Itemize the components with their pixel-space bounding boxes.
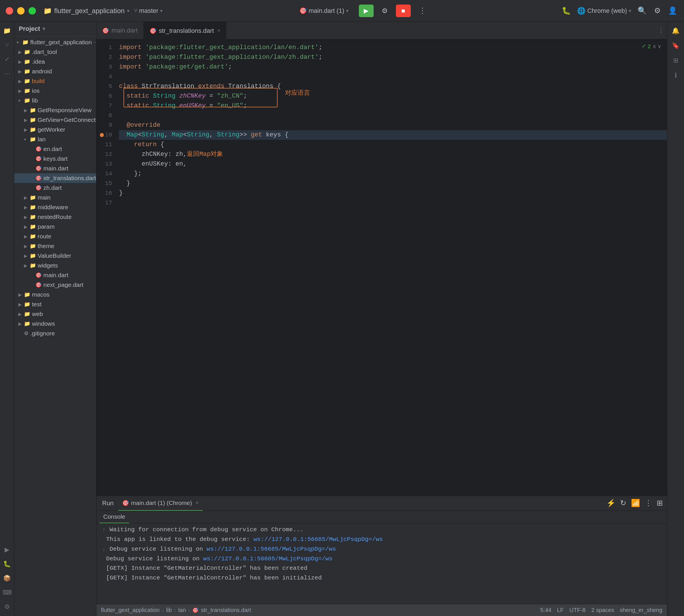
code-editor: 1 2 3 4 5 6 7 8 9 10 11 12 13 14 xyxy=(96,39,667,496)
minimize-traffic-light[interactable] xyxy=(17,7,25,15)
settings-button[interactable]: ⚙ xyxy=(653,5,662,16)
tree-root[interactable]: ▾ 📁 flutter_gext_application ~/Andro... xyxy=(14,37,96,47)
nested-route-label: nestedRoute xyxy=(38,214,72,220)
chrome-web-indicator[interactable]: 🌐 Chrome (web) ▾ xyxy=(577,7,631,15)
root-folder-icon: 📁 xyxy=(22,39,28,45)
web-arrow: ▶ xyxy=(18,311,24,317)
stop-button[interactable]: ■ xyxy=(396,4,411,17)
console-tab[interactable]: Console xyxy=(99,511,129,523)
str-trans-tab-close[interactable]: × xyxy=(218,28,221,34)
debug-url-1: ws://127.0.0.1:56685/MwLjcPsqpDg=/ws xyxy=(254,536,383,543)
tree-theme[interactable]: ▶ 📁 theme xyxy=(14,241,96,251)
tree-build[interactable]: ▶ 📁 build xyxy=(14,76,96,86)
maximize-traffic-light[interactable] xyxy=(28,7,36,15)
test-folder-icon: 📁 xyxy=(24,301,30,307)
branch-name-label: master xyxy=(139,7,158,15)
sidebar-icon-debug[interactable]: 🐛 xyxy=(1,558,14,570)
sidebar-icon-more[interactable]: ⋯ xyxy=(1,67,14,80)
tree-widgets-main-dart[interactable]: 🎯 main.dart xyxy=(14,270,96,280)
tree-widgets[interactable]: ▶ 📁 widgets xyxy=(14,261,96,270)
tree-macos[interactable]: ▶ 📁 macos xyxy=(14,290,96,300)
debug-icon-button[interactable]: 🐛 xyxy=(561,5,572,16)
tree-lib[interactable]: ▾ 📁 lib xyxy=(14,96,96,105)
right-icon-info[interactable]: ℹ xyxy=(669,69,682,82)
tree-en-dart[interactable]: 🎯 en.dart xyxy=(14,144,96,154)
sidebar-icon-vcs[interactable]: ⑂ xyxy=(1,39,14,51)
status-spaces[interactable]: 2 spaces xyxy=(591,607,614,613)
code-line-11: return { xyxy=(119,140,667,150)
branch-indicator[interactable]: ⑂ master ▾ xyxy=(134,7,163,15)
lightning-icon[interactable]: ⚡ xyxy=(605,498,617,509)
right-icon-bookmarks[interactable]: 🔖 xyxy=(669,39,682,52)
tree-lan[interactable]: ▾ 📁 lan xyxy=(14,134,96,144)
lan-arrow: ▾ xyxy=(24,137,30,142)
dart-file-icon: 🎯 xyxy=(299,7,307,15)
search-button[interactable]: 🔍 xyxy=(636,5,648,16)
code-line-3: import 'package:get/get.dart' ; xyxy=(119,62,667,72)
run-button[interactable]: ▶ xyxy=(359,4,374,17)
tree-android[interactable]: ▶ 📁 android xyxy=(14,67,96,76)
tree-test[interactable]: ▶ 📁 test xyxy=(14,300,96,309)
tabs-more-icon[interactable]: ⋮ xyxy=(658,27,664,34)
wifi-icon[interactable]: 📶 xyxy=(630,498,641,509)
tree-middleware[interactable]: ▶ 📁 middleware xyxy=(14,202,96,212)
tree-gitignore[interactable]: ⚙ .gitignore xyxy=(14,329,96,338)
run-tab[interactable]: Run xyxy=(99,500,116,507)
tree-dart-tool[interactable]: ▶ 📁 .dart_tool xyxy=(14,47,96,57)
status-lf[interactable]: LF xyxy=(557,607,564,613)
android-folder-icon: 📁 xyxy=(24,68,30,74)
refresh-icon[interactable]: ↻ xyxy=(619,498,628,509)
sidebar-icon-packages[interactable]: 📦 xyxy=(1,572,14,585)
account-button[interactable]: 👤 xyxy=(667,5,678,16)
tree-str-translations-dart[interactable]: 🎯 str_translations.dart xyxy=(14,173,96,183)
run-file-tab-close[interactable]: × xyxy=(196,500,199,506)
tree-lan-main-dart[interactable]: 🎯 main.dart xyxy=(14,163,96,173)
route-arrow: ▶ xyxy=(24,234,30,239)
ios-label: ios xyxy=(32,87,40,94)
tree-web[interactable]: ▶ 📁 web xyxy=(14,309,96,319)
breadcrumb-lib: lib xyxy=(166,607,172,613)
bottom-tab-console-file[interactable]: 🎯 main.dart (1) (Chrome) × xyxy=(118,496,203,511)
sidebar-icon-commit[interactable]: ✓ xyxy=(1,53,14,66)
web-folder-icon: 📁 xyxy=(24,311,30,317)
right-icon-structure[interactable]: ⊞ xyxy=(669,54,682,67)
sidebar-icon-run[interactable]: ▶ xyxy=(1,544,14,556)
tree-ios[interactable]: ▶ 📁 ios xyxy=(14,86,96,96)
editor-tabs: 🎯 main.dart 🎯 str_translations.dart × ⋮ xyxy=(96,22,667,39)
tree-next-page-dart[interactable]: 🎯 next_page.dart xyxy=(14,280,96,290)
tree-main-folder[interactable]: ▶ 📁 main xyxy=(14,193,96,202)
tree-value-builder[interactable]: ▶ 📁 ValueBuilder xyxy=(14,251,96,261)
tree-get-worker[interactable]: ▶ 📁 getWorker xyxy=(14,125,96,134)
tree-route[interactable]: ▶ 📁 route xyxy=(14,232,96,241)
tab-str-translations-dart[interactable]: 🎯 str_translations.dart × xyxy=(144,22,227,39)
right-sidebar: 🔔 🔖 ⊞ ℹ xyxy=(667,22,684,616)
lan-folder-icon: 📁 xyxy=(30,136,36,142)
project-title[interactable]: 📁 flutter_gext_application ▾ xyxy=(43,7,130,15)
sidebar-icon-terminal[interactable]: ⌨ xyxy=(1,586,14,599)
tree-nested-route[interactable]: ▶ 📁 nestedRoute xyxy=(14,212,96,222)
status-utf8[interactable]: UTF-8 xyxy=(569,607,586,613)
main-layout: 📁 ⑂ ✓ ⋯ ▶ 🐛 📦 ⌨ ⚙ Project ▾ ▾ 📁 flutter_… xyxy=(0,22,684,616)
code-line-15: } xyxy=(119,179,667,189)
tree-windows[interactable]: ▶ 📁 windows xyxy=(14,319,96,329)
expand-panel-icon[interactable]: ⊞ xyxy=(656,498,664,509)
chevron-down-icon: ▾ xyxy=(127,8,130,14)
tree-idea[interactable]: ▶ 📁 .idea xyxy=(14,57,96,67)
tree-get-responsive[interactable]: ▶ 📁 GetResponsiveView xyxy=(14,105,96,115)
settings-run-button[interactable]: ⚙ xyxy=(381,6,389,16)
tree-zh-dart[interactable]: 🎯 zh.dart xyxy=(14,183,96,193)
sidebar-icon-settings[interactable]: ⚙ xyxy=(1,600,14,613)
get-responsive-folder-icon: 📁 xyxy=(30,107,36,113)
tab-main-dart[interactable]: 🎯 main.dart xyxy=(96,22,144,39)
next-page-dart-label: next_page.dart xyxy=(43,282,83,288)
tree-get-view[interactable]: ▶ 📁 GetView+GetConnect+Sta xyxy=(14,115,96,125)
right-icon-notifications[interactable]: 🔔 xyxy=(669,25,682,37)
more-options-button[interactable]: ⋮ xyxy=(417,5,427,16)
code-content[interactable]: ✓ 2 ∧ ∨ import 'package:flutter_gext_app… xyxy=(117,39,667,496)
run-file-indicator[interactable]: 🎯 main.dart (1) ▾ xyxy=(296,6,352,16)
tree-param[interactable]: ▶ 📁 param xyxy=(14,222,96,232)
sidebar-icon-project[interactable]: 📁 xyxy=(1,25,14,37)
tree-keys-dart[interactable]: 🎯 keys.dart xyxy=(14,154,96,163)
console-more-icon[interactable]: ⋮ xyxy=(643,498,653,509)
close-traffic-light[interactable] xyxy=(6,7,13,15)
